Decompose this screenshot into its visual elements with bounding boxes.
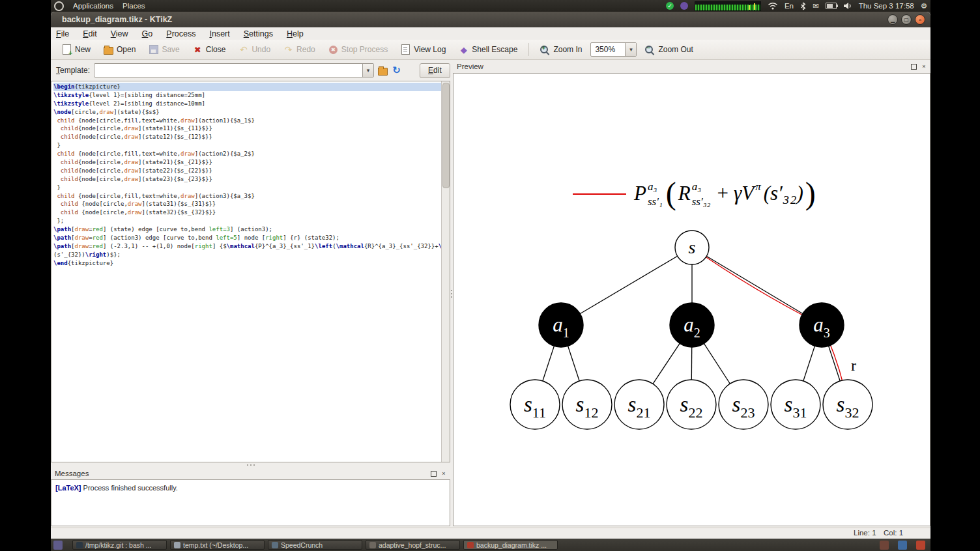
keyboard-layout-indicator[interactable]: En [785,2,794,10]
new-document-icon [62,45,72,55]
menu-edit[interactable]: Edit [83,29,97,38]
view-log-button[interactable]: View Log [396,42,450,57]
menu-file[interactable]: File [56,29,69,38]
code-line[interactable]: child {node[circle,fill,text=white,draw]… [53,192,441,201]
template-dropdown-arrow-icon[interactable]: ▾ [362,64,373,77]
code-line[interactable]: child {node[circle,fill,text=white,draw]… [53,150,441,158]
battery-icon[interactable] [826,3,837,9]
preview-dock-header: Preview × [453,60,930,73]
update-ok-indicator-icon[interactable]: ✓ [666,2,674,10]
code-line[interactable]: child{node[circle,draw](state12){$s_{12}… [53,133,441,141]
template-browse-folder-icon[interactable] [378,66,388,76]
minimize-button[interactable]: ▁ [887,14,898,25]
code-line[interactable]: } [53,141,441,150]
menu-settings[interactable]: Settings [244,29,273,38]
taskbar-item[interactable]: adaptive_hopf_struc... [366,540,460,550]
close-window-button[interactable]: × [915,14,925,25]
workspace: Template: ▾ ↻ Edit \begin{tikzpicture}\t… [51,60,930,528]
code-line[interactable]: child{node[circle,draw](state21){$s_{21}… [53,158,441,167]
menu-insert[interactable]: Insert [209,29,229,38]
preview-close-icon[interactable]: × [920,63,928,70]
code-editor[interactable]: \begin{tikzpicture}\tikzstyle{level 1}=[… [51,81,450,462]
template-edit-button[interactable]: Edit [420,63,450,78]
taskbar-tray-icon-3[interactable] [916,541,925,550]
code-line[interactable]: \tikzstyle{level 2}=[sibling distance=10… [53,100,441,108]
code-line[interactable]: \node[circle,draw](state){$s$} [53,108,441,117]
messages-close-icon[interactable]: × [440,470,448,477]
shell-escape-button[interactable]: ◆ Shell Escape [454,42,522,57]
distributor-logo-icon[interactable] [54,1,64,11]
volume-icon[interactable] [843,2,852,10]
places-menu[interactable]: Places [122,2,145,10]
code-editor-text[interactable]: \begin{tikzpicture}\tikzstyle{level 1}=[… [52,82,441,461]
redo-button: ↷ Redo [279,42,320,57]
code-line[interactable]: child {node[circle,fill,text=white,draw]… [53,117,441,125]
editor-messages-splitter[interactable] [51,462,450,468]
menu-help[interactable]: Help [287,29,304,38]
system-monitor-graph[interactable] [695,1,761,11]
wifi-icon[interactable] [768,2,778,10]
save-icon [149,45,158,55]
taskbar-tray-icon-2[interactable] [898,541,907,550]
zoom-out-button[interactable]: − Zoom Out [641,42,697,57]
template-reload-icon[interactable]: ↻ [392,66,401,76]
taskbar-item[interactable]: SpeedCrunch [268,540,362,550]
window-controls: ▁ ▢ × [887,14,930,25]
code-line[interactable]: (s'_{32})\right)$}; [53,251,441,259]
code-line[interactable]: \path[draw=red] (-2.3,1) -- +(1,0) node[… [53,242,441,251]
applications-menu[interactable]: Applications [73,2,113,10]
editor-vertical-scrollbar[interactable] [441,81,450,462]
session-gear-icon[interactable]: ⚙ [921,1,927,10]
code-line[interactable]: \path[draw=red] (action3) edge [curve to… [53,234,441,242]
view-log-label: View Log [414,45,446,54]
code-line[interactable]: child {node[circle,draw](state31){$s_{31… [53,200,441,208]
preview-canvas: sa1a2a3s11s12s21s22s23s31s32r Pa₃ss′₁(Ra… [453,73,930,526]
preview-float-icon[interactable] [910,63,917,70]
template-bar: Template: ▾ ↻ Edit [51,60,450,81]
code-line[interactable]: child{node[circle,draw](state11){$s_{11}… [53,124,441,133]
code-line[interactable]: child {node[circle,draw](state32){$s_{32… [53,208,441,217]
messages-float-icon[interactable] [429,470,437,477]
template-combobox[interactable]: ▾ [94,63,374,78]
code-line[interactable]: \path[draw=red] (state) edge [curve to,b… [53,225,441,234]
code-line[interactable]: \tikzstyle{level 1}=[sibling distance=25… [53,91,441,100]
menu-go[interactable]: Go [142,29,153,38]
open-folder-icon [104,45,113,55]
zoom-in-button[interactable]: + Zoom In [536,42,586,57]
app-indicator-icon[interactable] [680,2,688,10]
menu-view[interactable]: View [111,29,128,38]
taskbar-item[interactable]: temp.txt (~/Desktop... [170,540,265,550]
open-button[interactable]: Open [99,42,140,57]
code-line[interactable]: }; [53,217,441,225]
close-label: Close [206,45,226,54]
view-log-icon [401,45,411,55]
editor-scrollbar-thumb[interactable] [442,83,450,188]
calculator-icon [272,542,278,548]
new-label: New [75,45,91,54]
clock[interactable]: Thu Sep 3 17:58 [859,2,914,10]
code-line[interactable]: } [53,184,441,192]
menu-process[interactable]: Process [166,29,195,38]
taskbar-item[interactable]: /tmp/ktikz.git : bash ... [72,540,167,550]
code-line[interactable]: \end{tikzpicture} [53,259,441,268]
template-label: Template: [56,66,90,75]
show-desktop-icon[interactable] [53,541,63,550]
taskbar-item[interactable]: backup_diagram.tikz ... [463,540,558,550]
mail-indicator-icon[interactable]: ✉ [813,1,819,10]
code-line[interactable]: \begin{tikzpicture} [53,83,441,91]
new-button[interactable]: New [57,42,95,57]
preview-title: Preview [453,63,483,70]
zoom-dropdown-arrow-icon[interactable]: ▾ [625,43,636,56]
bluetooth-icon[interactable] [800,2,806,10]
close-file-button[interactable]: ✖ Close [188,42,231,57]
messages-body: [LaTeX] Process finished successfully. [51,479,450,526]
maximize-button[interactable]: ▢ [901,14,912,25]
taskbar-items: /tmp/ktikz.git : bash ...temp.txt (~/Des… [72,540,558,550]
taskbar-tray-icon-1[interactable] [880,541,889,550]
taskbar-item-label: temp.txt (~/Desktop... [183,541,248,549]
toolbar-separator [528,43,529,56]
code-line[interactable]: child{node[circle,draw](state23){$s_{23}… [53,175,441,184]
tikz-document-icon [467,542,474,548]
code-line[interactable]: child{node[circle,draw](state22){$s_{22}… [53,167,441,175]
zoom-level-combobox[interactable]: 350% ▾ [590,42,637,57]
